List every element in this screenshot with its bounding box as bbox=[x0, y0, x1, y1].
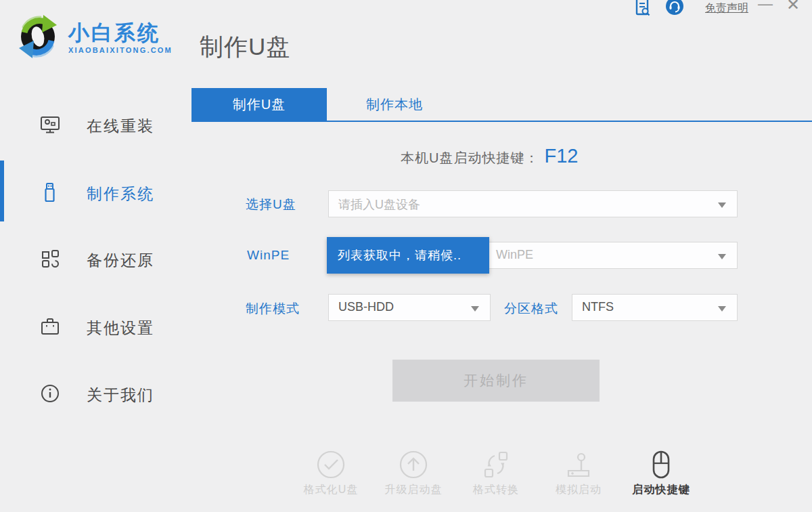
disclaimer-link[interactable]: 免责声明 bbox=[705, 1, 748, 16]
sidebar-item-backup-restore[interactable]: 备份还原 bbox=[0, 248, 191, 272]
partition-format-dropdown[interactable]: NTFS bbox=[572, 294, 738, 321]
loading-tooltip: 列表获取中，请稍候.. bbox=[327, 237, 489, 274]
make-mode-label: 制作模式 bbox=[246, 300, 300, 318]
boot-hotkey-label: 本机U盘启动快捷键： bbox=[401, 149, 539, 167]
online-reinstall-icon bbox=[39, 114, 61, 135]
footer-item-label: 模拟启动 bbox=[537, 483, 620, 497]
footer-item-label: 格式转换 bbox=[455, 483, 537, 497]
about-us-icon bbox=[39, 383, 61, 404]
backup-restore-icon bbox=[39, 248, 61, 270]
usb-select-label: 选择U盘 bbox=[246, 196, 296, 213]
brand-name: 小白系统 bbox=[68, 22, 173, 43]
footer-item-boot-hotkey[interactable]: 启动快捷键 bbox=[620, 449, 702, 497]
customer-service-icon[interactable] bbox=[665, 0, 684, 17]
upgrade-bootdisk-icon bbox=[398, 449, 429, 480]
app-logo-icon bbox=[14, 12, 62, 61]
winpe-label: WinPE bbox=[247, 248, 290, 263]
make-mode-dropdown[interactable]: USB-HDD bbox=[328, 294, 491, 321]
sidebar-item-online-reinstall[interactable]: 在线重装 bbox=[0, 114, 191, 138]
chevron-down-icon bbox=[718, 306, 726, 312]
simulate-boot-icon bbox=[563, 449, 594, 480]
format-convert-icon bbox=[480, 449, 512, 480]
minimize-button[interactable]: — bbox=[758, 0, 782, 13]
page-title: 制作U盘 bbox=[200, 31, 290, 63]
sidebar-item-label: 关于我们 bbox=[87, 385, 154, 406]
chevron-down-icon bbox=[718, 254, 726, 259]
sidebar-item-about-us[interactable]: 关于我们 bbox=[0, 383, 191, 407]
boot-hotkey-icon bbox=[646, 449, 677, 480]
footer-item-label: 启动快捷键 bbox=[620, 483, 702, 497]
chevron-down-icon bbox=[471, 306, 479, 312]
start-make-button[interactable]: 开始制作 bbox=[392, 360, 600, 402]
tab-make-local[interactable]: 制作本地 bbox=[327, 88, 462, 121]
footer-item-simulate-boot[interactable]: 模拟启动 bbox=[537, 449, 620, 497]
boot-hotkey-value: F12 bbox=[544, 145, 578, 167]
sidebar-item-label: 在线重装 bbox=[87, 116, 154, 137]
other-settings-icon bbox=[39, 316, 61, 337]
tab-make-usb[interactable]: 制作U盘 bbox=[191, 88, 327, 121]
tab-underline bbox=[191, 121, 812, 122]
sidebar-item-label: 其他设置 bbox=[87, 318, 154, 339]
boot-hotkey-line: 本机U盘启动快捷键： F12 bbox=[401, 145, 578, 169]
sidebar-item-make-system[interactable]: 制作系统 bbox=[0, 182, 191, 206]
footer-item-format-usb[interactable]: 格式化U盘 bbox=[290, 449, 372, 497]
sidebar-item-label: 制作系统 bbox=[87, 184, 154, 205]
usb-select-dropdown[interactable]: 请插入U盘设备 bbox=[328, 190, 738, 217]
brand-text: 小白系统 XIAOBAIXITONG.COM bbox=[68, 22, 173, 54]
brand-domain: XIAOBAIXITONG.COM bbox=[68, 46, 173, 54]
close-button[interactable]: ✕ bbox=[786, 0, 811, 14]
partition-format-value: NTFS bbox=[582, 300, 614, 314]
footer-item-label: 格式化U盘 bbox=[290, 483, 372, 497]
make-mode-value: USB-HDD bbox=[338, 300, 394, 314]
partition-format-label: 分区格式 bbox=[504, 300, 558, 318]
footer-item-label: 升级启动盘 bbox=[372, 483, 455, 497]
make-system-icon bbox=[39, 182, 61, 203]
usb-select-placeholder: 请插入U盘设备 bbox=[338, 196, 420, 213]
format-usb-icon bbox=[315, 449, 346, 480]
chevron-down-icon bbox=[718, 202, 726, 208]
winpe-placeholder: WinPE bbox=[496, 248, 533, 262]
footer-item-format-convert[interactable]: 格式转换 bbox=[455, 449, 537, 497]
log-document-icon[interactable] bbox=[635, 0, 651, 18]
sidebar-item-label: 备份还原 bbox=[87, 250, 154, 271]
sidebar-item-other-settings[interactable]: 其他设置 bbox=[0, 316, 191, 340]
footer-item-upgrade-bootdisk[interactable]: 升级启动盘 bbox=[372, 449, 455, 497]
